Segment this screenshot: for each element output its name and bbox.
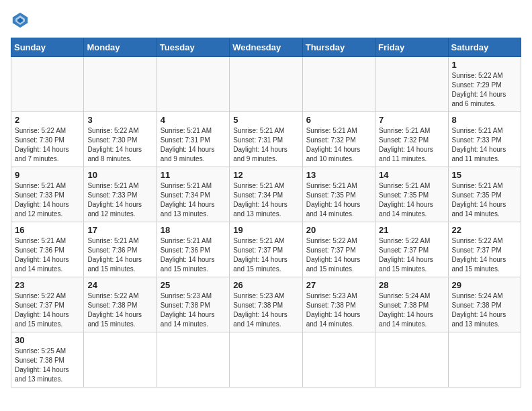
day-info: Sunrise: 5:21 AM Sunset: 7:31 PM Dayligh… [161,126,226,164]
calendar-cell: 8Sunrise: 5:21 AM Sunset: 7:33 PM Daylig… [448,112,521,167]
day-info: Sunrise: 5:24 AM Sunset: 7:38 PM Dayligh… [379,291,444,329]
day-info: Sunrise: 5:21 AM Sunset: 7:35 PM Dayligh… [379,181,444,219]
calendar-cell: 14Sunrise: 5:21 AM Sunset: 7:35 PM Dayli… [375,167,448,222]
calendar-cell: 25Sunrise: 5:23 AM Sunset: 7:38 PM Dayli… [157,277,229,332]
day-number: 12 [233,170,298,180]
day-info: Sunrise: 5:22 AM Sunset: 7:37 PM Dayligh… [306,236,371,274]
calendar-cell: 22Sunrise: 5:22 AM Sunset: 7:37 PM Dayli… [448,222,521,277]
day-number: 14 [379,170,444,180]
calendar-cell: 16Sunrise: 5:21 AM Sunset: 7:36 PM Dayli… [11,222,84,277]
day-info: Sunrise: 5:23 AM Sunset: 7:38 PM Dayligh… [161,291,226,329]
day-number: 22 [452,225,517,235]
calendar-cell: 23Sunrise: 5:22 AM Sunset: 7:37 PM Dayli… [11,277,84,332]
generalblue-logo-icon [11,11,30,30]
day-number: 23 [15,280,80,290]
day-info: Sunrise: 5:21 AM Sunset: 7:33 PM Dayligh… [15,181,80,219]
calendar-cell: 3Sunrise: 5:22 AM Sunset: 7:30 PM Daylig… [84,112,157,167]
day-number: 28 [379,280,444,290]
day-number: 20 [306,225,371,235]
day-header-thursday: Thursday [302,38,375,57]
day-number: 3 [87,115,152,125]
calendar-cell [375,332,448,387]
day-info: Sunrise: 5:21 AM Sunset: 7:37 PM Dayligh… [233,236,298,274]
day-info: Sunrise: 5:22 AM Sunset: 7:30 PM Dayligh… [15,126,80,164]
day-info: Sunrise: 5:21 AM Sunset: 7:36 PM Dayligh… [161,236,226,274]
calendar-cell: 17Sunrise: 5:21 AM Sunset: 7:36 PM Dayli… [84,222,157,277]
calendar-cell [84,57,157,112]
day-header-wednesday: Wednesday [230,38,302,57]
day-number: 5 [233,115,298,125]
calendar-cell: 11Sunrise: 5:21 AM Sunset: 7:34 PM Dayli… [157,167,229,222]
day-number: 9 [15,170,80,180]
calendar-cell: 15Sunrise: 5:21 AM Sunset: 7:35 PM Dayli… [448,167,521,222]
day-number: 17 [87,225,152,235]
calendar-cell [230,57,302,112]
day-info: Sunrise: 5:21 AM Sunset: 7:35 PM Dayligh… [306,181,371,219]
day-info: Sunrise: 5:22 AM Sunset: 7:37 PM Dayligh… [15,291,80,329]
calendar-cell: 27Sunrise: 5:23 AM Sunset: 7:38 PM Dayli… [302,277,375,332]
day-number: 27 [306,280,371,290]
calendar-cell: 30Sunrise: 5:25 AM Sunset: 7:38 PM Dayli… [11,332,84,387]
calendar-week-1: 1Sunrise: 5:22 AM Sunset: 7:29 PM Daylig… [11,57,521,112]
calendar-cell [302,57,375,112]
day-headers-row: SundayMondayTuesdayWednesdayThursdayFrid… [11,38,521,57]
day-info: Sunrise: 5:22 AM Sunset: 7:29 PM Dayligh… [452,71,517,109]
day-info: Sunrise: 5:23 AM Sunset: 7:38 PM Dayligh… [306,291,371,329]
day-number: 13 [306,170,371,180]
calendar-cell: 20Sunrise: 5:22 AM Sunset: 7:37 PM Dayli… [302,222,375,277]
day-number: 10 [87,170,152,180]
calendar-cell [230,332,302,387]
day-number: 16 [15,225,80,235]
calendar-week-3: 9Sunrise: 5:21 AM Sunset: 7:33 PM Daylig… [11,167,521,222]
day-info: Sunrise: 5:21 AM Sunset: 7:36 PM Dayligh… [15,236,80,274]
calendar-cell: 24Sunrise: 5:22 AM Sunset: 7:38 PM Dayli… [84,277,157,332]
calendar-cell: 9Sunrise: 5:21 AM Sunset: 7:33 PM Daylig… [11,167,84,222]
day-info: Sunrise: 5:21 AM Sunset: 7:33 PM Dayligh… [87,181,152,219]
day-number: 15 [452,170,517,180]
day-number: 7 [379,115,444,125]
day-info: Sunrise: 5:22 AM Sunset: 7:38 PM Dayligh… [87,291,152,329]
day-number: 21 [379,225,444,235]
calendar-cell: 12Sunrise: 5:21 AM Sunset: 7:34 PM Dayli… [230,167,302,222]
calendar-cell [302,332,375,387]
day-info: Sunrise: 5:21 AM Sunset: 7:31 PM Dayligh… [233,126,298,164]
calendar-cell: 19Sunrise: 5:21 AM Sunset: 7:37 PM Dayli… [230,222,302,277]
calendar-cell: 4Sunrise: 5:21 AM Sunset: 7:31 PM Daylig… [157,112,229,167]
day-info: Sunrise: 5:21 AM Sunset: 7:35 PM Dayligh… [452,181,517,219]
calendar-cell: 1Sunrise: 5:22 AM Sunset: 7:29 PM Daylig… [448,57,521,112]
day-info: Sunrise: 5:21 AM Sunset: 7:34 PM Dayligh… [233,181,298,219]
calendar-cell: 5Sunrise: 5:21 AM Sunset: 7:31 PM Daylig… [230,112,302,167]
day-number: 8 [452,115,517,125]
calendar-cell: 13Sunrise: 5:21 AM Sunset: 7:35 PM Dayli… [302,167,375,222]
calendar-cell: 26Sunrise: 5:23 AM Sunset: 7:38 PM Dayli… [230,277,302,332]
calendar-cell [375,57,448,112]
calendar-cell: 2Sunrise: 5:22 AM Sunset: 7:30 PM Daylig… [11,112,84,167]
day-number: 1 [452,60,517,70]
day-number: 24 [87,280,152,290]
day-info: Sunrise: 5:23 AM Sunset: 7:38 PM Dayligh… [233,291,298,329]
day-info: Sunrise: 5:22 AM Sunset: 7:37 PM Dayligh… [452,236,517,274]
calendar-cell: 28Sunrise: 5:24 AM Sunset: 7:38 PM Dayli… [375,277,448,332]
day-number: 18 [161,225,226,235]
day-info: Sunrise: 5:24 AM Sunset: 7:38 PM Dayligh… [452,291,517,329]
calendar-cell: 21Sunrise: 5:22 AM Sunset: 7:37 PM Dayli… [375,222,448,277]
day-number: 6 [306,115,371,125]
day-info: Sunrise: 5:21 AM Sunset: 7:34 PM Dayligh… [161,181,226,219]
day-header-tuesday: Tuesday [157,38,229,57]
page-header [11,11,521,30]
day-number: 4 [161,115,226,125]
day-info: Sunrise: 5:21 AM Sunset: 7:32 PM Dayligh… [379,126,444,164]
day-number: 11 [161,170,226,180]
day-info: Sunrise: 5:22 AM Sunset: 7:30 PM Dayligh… [87,126,152,164]
calendar-cell [157,332,229,387]
day-number: 30 [15,335,80,345]
calendar-cell: 18Sunrise: 5:21 AM Sunset: 7:36 PM Dayli… [157,222,229,277]
day-info: Sunrise: 5:25 AM Sunset: 7:38 PM Dayligh… [15,347,80,384]
day-number: 29 [452,280,517,290]
day-header-saturday: Saturday [448,38,521,57]
calendar-cell: 6Sunrise: 5:21 AM Sunset: 7:32 PM Daylig… [302,112,375,167]
day-number: 25 [161,280,226,290]
day-number: 19 [233,225,298,235]
calendar-cell [84,332,157,387]
calendar-week-6: 30Sunrise: 5:25 AM Sunset: 7:38 PM Dayli… [11,332,521,387]
